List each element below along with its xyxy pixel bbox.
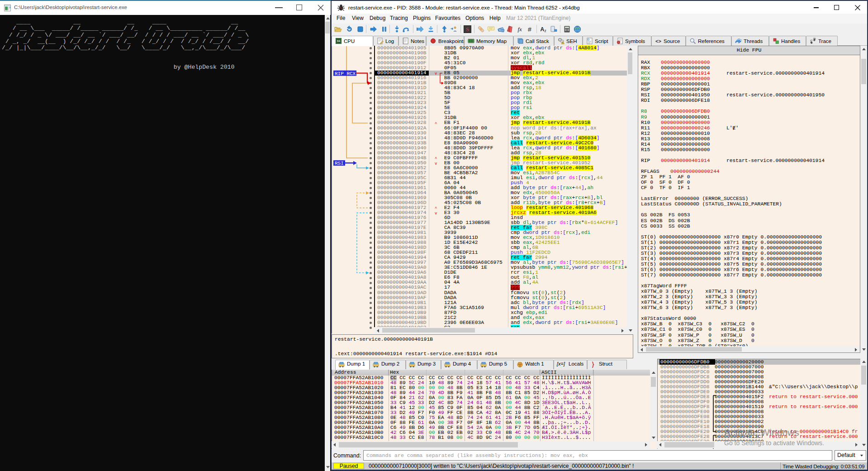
svg-text:S: S	[466, 26, 469, 33]
svg-text:v: v	[435, 211, 437, 216]
svg-text:A: A	[541, 26, 545, 33]
svg-text:^: ^	[435, 206, 437, 211]
svg-text:64: 64	[337, 39, 341, 43]
svg-text:fx: fx	[518, 26, 522, 33]
svg-text:RIP RCX: RIP RCX	[335, 71, 356, 76]
svg-text:z: z	[545, 29, 546, 33]
svg-text:v: v	[435, 71, 437, 76]
svg-text:^: ^	[435, 157, 437, 161]
svg-text:RSI: RSI	[335, 161, 344, 166]
svg-text:^: ^	[435, 122, 437, 126]
svg-text:#: #	[528, 26, 531, 33]
svg-text:v: v	[435, 162, 437, 166]
svg-text:<>: <>	[655, 38, 661, 44]
